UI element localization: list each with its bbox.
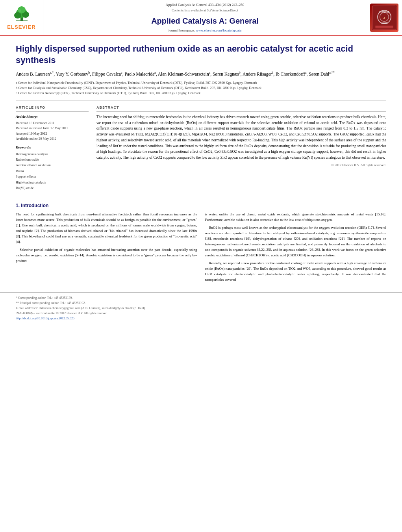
journal-homepage: journal homepage: www.elsevier.com/locat…	[169, 28, 241, 33]
issn-note: 0926-860X/$ – see front matter © 2012 El…	[16, 311, 386, 315]
svg-text:CATALYSIS: CATALYSIS	[379, 11, 389, 13]
keyword-1: Heterogeneous catalysis	[16, 151, 89, 157]
journal-header: ELSEVIER Applied Catalysis A: General 43…	[0, 0, 402, 36]
keyword-5: Support effects	[16, 174, 89, 179]
article-title: Highly dispersed supported ruthenium oxi…	[16, 43, 386, 66]
intro-p2: Selective partial oxidation of organic m…	[16, 247, 197, 264]
received-revised-date: Received in revised form 17 May 2012	[16, 126, 89, 131]
contents-note: Contents lists available at SciVerse Sci…	[172, 8, 238, 13]
intro-heading: 1. Introduction	[16, 202, 386, 209]
keyword-6: High-loading catalysts	[16, 180, 89, 185]
svg-point-6	[18, 9, 21, 12]
intro-p3: is water, unlike the use of classic meta…	[205, 212, 387, 223]
doi-link[interactable]: http://dx.doi.org/10.1016/j.apcata.2012.…	[16, 317, 74, 320]
elsevier-tree-icon	[10, 4, 33, 22]
received-date: Received 13 December 2011	[16, 120, 89, 126]
svg-text:A: A	[383, 17, 385, 20]
page: ELSEVIER Applied Catalysis A: General 43…	[0, 0, 402, 532]
article-info-label: ARTICLE INFO	[16, 105, 89, 112]
svg-text:GENERAL: GENERAL	[381, 22, 388, 24]
intro-col-2: is water, unlike the use of classic meta…	[205, 212, 387, 285]
page-footer: * Corresponding author. Tel.: +45 452531…	[0, 292, 402, 325]
abstract-text: The increasing need for shifting to rene…	[96, 114, 386, 161]
divider-2	[16, 196, 386, 196]
intro-col-1: The need for synthesizing bulk chemicals…	[16, 212, 197, 285]
elsevier-label: ELSEVIER	[7, 24, 35, 31]
keyword-2: Ruthenium oxide	[16, 157, 89, 162]
authors: Anders B. Laursena,*, Yury Y. Gorbanevb,…	[16, 70, 386, 77]
homepage-label: journal homepage:	[169, 28, 195, 32]
elsevier-logo-area: ELSEVIER	[0, 0, 43, 35]
divider-1	[16, 100, 386, 100]
article-info-col: ARTICLE INFO Article history: Received 1…	[16, 105, 89, 191]
homepage-url[interactable]: www.elsevier.com/locate/apcata	[196, 28, 241, 32]
journal-logo-area: CATALYSIS A GENERAL	[367, 0, 402, 35]
intro-p4: RuO2 is perhaps most well known as the a…	[205, 225, 387, 258]
copyright: © 2012 Elsevier B.V. All rights reserved…	[96, 163, 386, 168]
keyword-4: RuO4	[16, 168, 89, 174]
keyword-3: Aerobic ethanol oxidation	[16, 162, 89, 168]
article-info-abstract: ARTICLE INFO Article history: Received 1…	[16, 105, 386, 191]
abstract-col: ABSTRACT The increasing need for shiftin…	[96, 105, 386, 191]
journal-title-area: Applied Catalysis A: General 433–434 (20…	[43, 0, 367, 35]
intro-p5: Recently, we reported a new procedure fo…	[205, 261, 387, 283]
abstract-label: ABSTRACT	[96, 105, 386, 112]
accepted-date: Accepted 19 May 2012	[16, 131, 89, 137]
keyword-7: Ru(VI) oxide	[16, 185, 89, 191]
svg-point-3	[14, 12, 21, 19]
intro-p1: The need for synthesizing bulk chemicals…	[16, 212, 197, 245]
affiliation-b: b Centre for Catalysis and Sustainable C…	[16, 85, 386, 91]
journal-name: Applied Catalysis A: General	[151, 15, 259, 26]
available-date: Available online 29 May 2012	[16, 136, 89, 142]
history-label: Article history:	[16, 114, 89, 119]
footnote-1: * Corresponding author. Tel.: +45 452531…	[16, 296, 386, 300]
body-columns: The need for synthesizing bulk chemicals…	[16, 212, 386, 285]
affiliations: a Center for Individual Nanoparticle Fun…	[16, 80, 386, 95]
affiliation-a: a Center for Individual Nanoparticle Fun…	[16, 80, 386, 85]
keywords-label: Keywords:	[16, 145, 89, 150]
catalysis-logo: CATALYSIS A GENERAL	[370, 4, 398, 32]
introduction-section: 1. Introduction The need for synthesizin…	[16, 202, 386, 285]
article-content: Highly dispersed supported ruthenium oxi…	[0, 36, 402, 292]
affiliation-c: c Center for Electron Nanoscopy (CEN), T…	[16, 91, 386, 96]
footnote-2: ** Principal corresponding author. Tel.:…	[16, 301, 386, 305]
svg-rect-1	[16, 20, 28, 21]
doi-note: http://dx.doi.org/10.1016/j.apcata.2012.…	[16, 316, 386, 321]
journal-ref: Applied Catalysis A: General 433–434 (20…	[166, 2, 244, 7]
footnote-3: E-mail addresses: ablaursen.chemistry@gm…	[16, 306, 386, 310]
